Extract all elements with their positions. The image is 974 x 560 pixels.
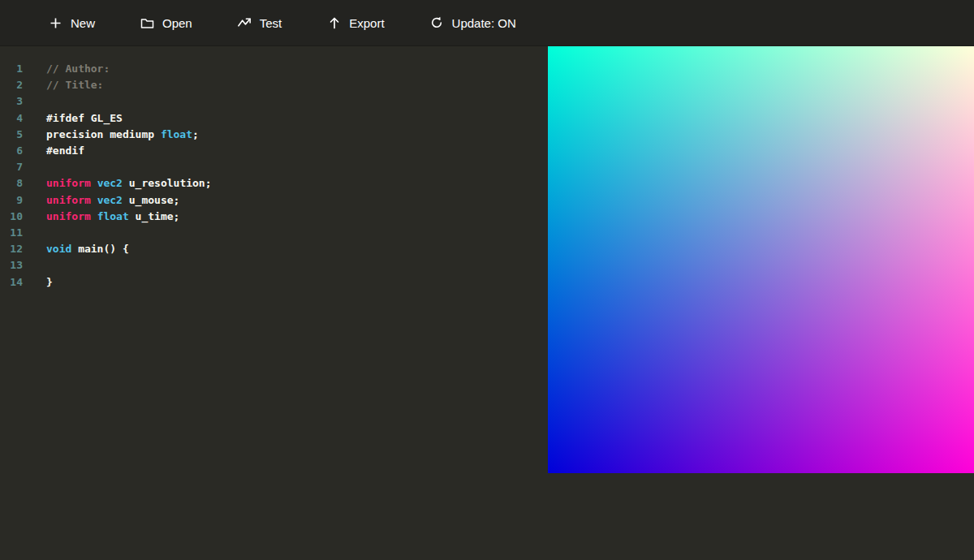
code-text: uniform vec2 u_mouse;	[46, 192, 179, 209]
code-token-type: float	[161, 128, 192, 140]
code-token-plain	[91, 177, 97, 189]
line-number: 2	[0, 77, 23, 93]
graph-icon	[238, 16, 252, 30]
code-token-plain	[91, 210, 97, 222]
code-token-plain: u_time;	[129, 210, 180, 222]
test-button-label: Test	[260, 16, 282, 30]
line-number: 13	[0, 257, 23, 274]
code-token-preproc: #ifdef GL_ES	[46, 112, 123, 124]
line-number: 11	[0, 225, 23, 241]
code-token-comment: // Title:	[46, 79, 103, 91]
code-token-type: vec2	[97, 194, 123, 206]
toolbar: New Open Test Export	[0, 0, 974, 46]
code-text: precision mediump float;	[46, 127, 199, 143]
code-token-comment: // Author:	[46, 62, 110, 75]
code-text	[46, 159, 53, 175]
code-token-plain: ;	[192, 128, 199, 140]
code-text: uniform float u_time;	[46, 209, 179, 225]
folder-icon	[140, 16, 154, 30]
new-button[interactable]: New	[49, 16, 95, 30]
code-text: #ifdef GL_ES	[46, 110, 123, 127]
update-toggle-button[interactable]: Update: ON	[430, 16, 516, 30]
code-text: uniform vec2 u_resolution;	[46, 175, 212, 192]
code-text	[46, 257, 53, 274]
code-text	[46, 93, 53, 110]
code-text: #endif	[46, 143, 84, 159]
code-text: }	[46, 274, 53, 291]
code-token-plain: }	[46, 276, 53, 288]
code-token-type: vec2	[97, 177, 123, 189]
code-token-type: void	[46, 243, 71, 255]
line-number: 7	[0, 159, 23, 175]
line-number: 8	[0, 175, 23, 192]
code-token-plain	[91, 194, 97, 206]
refresh-icon	[430, 16, 444, 30]
shader-preview-canvas[interactable]	[548, 46, 974, 473]
code-text: void main() {	[46, 241, 129, 257]
line-number: 1	[0, 61, 23, 77]
export-button[interactable]: Export	[327, 16, 384, 30]
line-number: 9	[0, 192, 23, 209]
arrow-up-icon	[327, 16, 341, 30]
code-token-keyword: uniform	[46, 194, 91, 206]
code-token-preproc: #endif	[46, 144, 84, 157]
export-button-label: Export	[349, 16, 384, 30]
line-number: 3	[0, 93, 23, 110]
line-number: 4	[0, 110, 23, 127]
open-button-label: Open	[162, 16, 192, 30]
line-number: 14	[0, 274, 23, 291]
line-number: 10	[0, 209, 23, 225]
line-number: 5	[0, 127, 23, 143]
code-token-type: float	[97, 210, 129, 222]
code-token-plain: precision mediump	[46, 128, 161, 140]
code-token-keyword: uniform	[46, 210, 91, 222]
code-text	[46, 225, 53, 241]
code-token-plain: u_resolution;	[123, 177, 212, 189]
open-button[interactable]: Open	[140, 16, 192, 30]
code-token-plain: main() {	[71, 243, 128, 255]
code-token-keyword: uniform	[46, 177, 91, 189]
code-text: // Author:	[46, 61, 110, 77]
code-text: // Title:	[46, 77, 103, 93]
line-number: 6	[0, 143, 23, 159]
new-button-label: New	[71, 16, 95, 30]
update-toggle-label: Update: ON	[452, 16, 516, 30]
plus-icon	[49, 16, 62, 30]
code-token-plain: u_mouse;	[123, 194, 179, 206]
line-number: 12	[0, 241, 23, 257]
test-button[interactable]: Test	[238, 16, 282, 30]
